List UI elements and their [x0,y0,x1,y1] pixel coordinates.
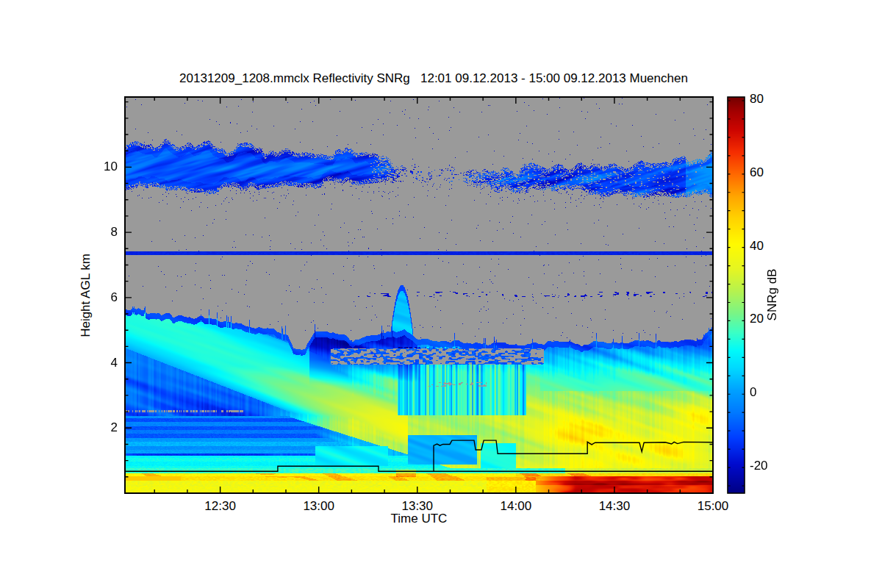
x-tick-label: 13:00 [303,499,334,514]
x-tick-label: 12:30 [204,499,236,514]
x-tick-label: 14:30 [599,499,631,514]
colorbar-tick-label: 0 [750,385,756,400]
y-tick-label: 8 [111,225,118,240]
x-axis-title: Time UTC [391,512,448,526]
y-tick-label: 4 [111,356,118,370]
colorbar-gradient [728,97,745,493]
colorbar-tick-label: 80 [750,92,764,107]
plot-title: 20131209_1208.mmclx Reflectivity SNRg 12… [179,71,688,86]
x-tick-label: 14:00 [501,499,532,514]
y-axis-title: Height AGL km [79,254,93,337]
y-tick-label: 6 [111,290,118,305]
radar-reflectivity-figure: 20131209_1208.mmclx Reflectivity SNRg 12… [0,0,882,588]
colorbar-tick-label: 20 [750,312,764,326]
colorbar-tick-label: 60 [750,165,764,180]
x-tick-label: 15:00 [698,499,729,514]
heatmap-canvas [125,97,713,493]
y-tick-label: 10 [104,159,118,174]
y-tick-label: 2 [111,420,118,435]
colorbar-title: SNRg dB [765,269,780,321]
colorbar-tick-label: -20 [750,459,768,473]
colorbar-tick-label: 40 [750,239,764,254]
